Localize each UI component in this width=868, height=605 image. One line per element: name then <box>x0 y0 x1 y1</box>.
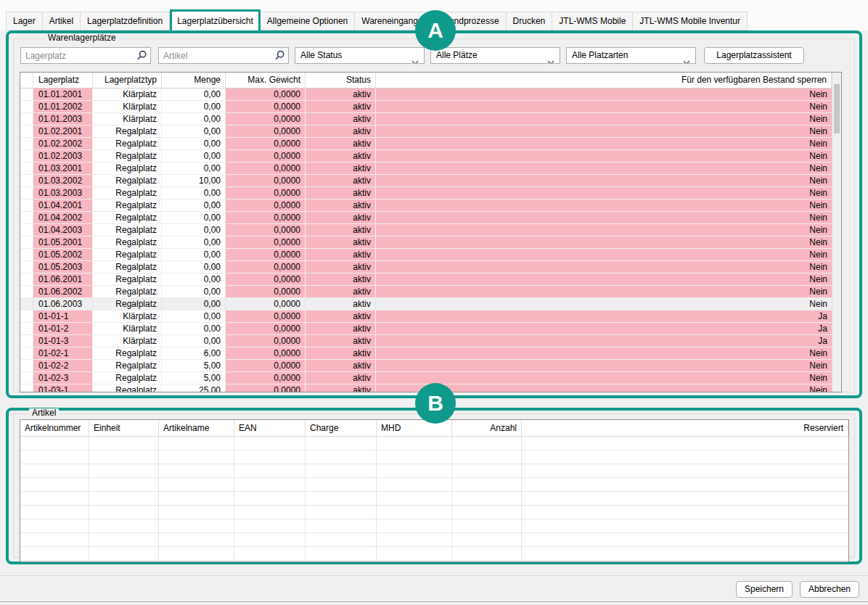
table-row[interactable]: 01.06.2001Regalplatz0,000,0000aktivNein <box>20 273 832 286</box>
table-row[interactable]: 01.05.2002Regalplatz0,000,0000aktivNein <box>20 249 832 261</box>
vertical-scrollbar[interactable] <box>832 73 841 392</box>
column-header-max-gewicht[interactable]: Max. Gewicht <box>226 73 306 88</box>
empty-table-row <box>20 464 848 478</box>
cell-max-gewicht: 0,0000 <box>226 249 306 260</box>
table-row[interactable]: 01-02-2Regalplatz5,000,0000aktivNein <box>20 360 832 372</box>
cancel-button[interactable]: Abbrechen <box>800 581 859 598</box>
tab-lagerplatz-bersicht[interactable]: Lagerplatzübersicht <box>170 9 261 33</box>
tab-bar: LagerArtikelLagerplatzdefinitionLagerpla… <box>6 9 748 30</box>
scrollbar-thumb[interactable] <box>834 84 840 133</box>
save-button[interactable]: Speichern <box>736 581 793 598</box>
empty-cell <box>452 533 522 546</box>
table-row[interactable]: 01.01.2003Klärplatz0,000,0000aktivNein <box>20 113 832 125</box>
cell-sperren: Nein <box>376 138 832 149</box>
cell-lagerplatz: 01.06.2003 <box>33 298 93 310</box>
table-row[interactable]: 01-02-1Regalplatz6,000,0000aktivNein <box>20 347 832 360</box>
column-header-menge[interactable]: Menge <box>162 73 226 88</box>
status-dropdown[interactable]: Alle Status <box>295 47 425 64</box>
cell-max-gewicht: 0,0000 <box>226 224 306 236</box>
tab-allgemeine-optionen[interactable]: Allgemeine Optionen <box>261 12 355 30</box>
empty-cell <box>159 437 234 450</box>
column-header-reserviert[interactable]: Reserviert <box>522 420 848 436</box>
lagerplatz-search-input[interactable] <box>20 47 151 64</box>
column-header-lagerplatztyp[interactable]: Lagerplatztyp <box>93 73 162 88</box>
artikel-search-field <box>158 47 289 64</box>
cell-lagerplatz: 01.02.2002 <box>33 138 93 149</box>
tab-jtl-wms-mobile-inventur[interactable]: JTL-WMS Mobile Inventur <box>633 12 748 30</box>
cell-lagerplatztyp: Regalplatz <box>93 384 162 392</box>
table-row[interactable]: 01.03.2003Regalplatz0,000,0000aktivNein <box>20 187 832 199</box>
warenlagerplaetze-rows: 01.01.2001Klärplatz0,000,0000aktivNein01… <box>20 89 832 392</box>
cell-lagerplatz: 01-02-1 <box>33 347 93 359</box>
cell-max-gewicht: 0,0000 <box>226 384 306 392</box>
artikel-search-input[interactable] <box>158 47 289 64</box>
cell-menge: 0,00 <box>162 310 226 322</box>
empty-cell <box>522 533 848 546</box>
empty-cell <box>234 437 306 450</box>
column-header-bestand-sperren[interactable]: Für den verfügbaren Bestand sperren <box>376 73 832 88</box>
row-header-cell <box>20 249 33 260</box>
empty-cell <box>452 437 522 450</box>
column-header-ean[interactable]: EAN <box>234 420 306 436</box>
table-row[interactable]: 01.03.2002Regalplatz10,000,0000aktivNein <box>20 175 832 187</box>
empty-cell <box>452 450 522 464</box>
cell-lagerplatztyp: Klärplatz <box>93 101 162 112</box>
cell-lagerplatz: 01-02-2 <box>33 360 93 371</box>
table-row[interactable]: 01.03.2001Regalplatz0,000,0000aktivNein <box>20 162 832 175</box>
table-row[interactable]: 01.04.2001Regalplatz0,000,0000aktivNein <box>20 199 832 212</box>
plaetze-dropdown[interactable]: Alle Plätze <box>430 47 560 64</box>
sort-indicator-icon <box>59 73 65 83</box>
column-header-anzahl[interactable]: Anzahl <box>452 420 522 436</box>
table-row[interactable]: 01.04.2002Regalplatz0,000,0000aktivNein <box>20 212 832 224</box>
column-header-status[interactable]: Status <box>306 73 376 88</box>
cell-lagerplatz: 01.06.2002 <box>33 286 93 297</box>
tab-drucken[interactable]: Drucken <box>507 12 553 30</box>
cell-max-gewicht: 0,0000 <box>226 360 306 371</box>
cell-lagerplatztyp: Regalplatz <box>93 212 162 223</box>
empty-cell <box>377 533 452 546</box>
table-row[interactable]: 01.04.2003Regalplatz0,000,0000aktivNein <box>20 224 832 236</box>
cell-lagerplatz: 01-03-1 <box>33 384 93 392</box>
empty-cell <box>377 478 452 491</box>
tab-lager[interactable]: Lager <box>6 12 43 30</box>
empty-cell <box>89 547 159 560</box>
table-row[interactable]: 01.06.2003Regalplatz0,000,0000aktivNein <box>20 298 832 310</box>
empty-cell <box>522 519 848 532</box>
table-row[interactable]: 01.02.2003Regalplatz0,000,0000aktivNein <box>20 150 832 162</box>
table-row[interactable]: 01.02.2002Regalplatz0,000,0000aktivNein <box>20 138 832 150</box>
table-row[interactable]: 01.01.2001Klärplatz0,000,0000aktivNein <box>20 89 832 101</box>
table-row[interactable]: 01-01-1Klärplatz0,000,0000aktivJa <box>20 310 832 323</box>
table-row[interactable]: 01.02.2001Regalplatz0,000,0000aktivNein <box>20 125 832 138</box>
tab-lagerplatzdefinition[interactable]: Lagerplatzdefinition <box>81 12 170 30</box>
empty-cell <box>234 450 306 464</box>
tab-artikel[interactable]: Artikel <box>43 12 81 30</box>
table-row[interactable]: 01-01-3Klärplatz0,000,0000aktivJa <box>20 335 832 347</box>
column-header-einheit[interactable]: Einheit <box>89 420 159 436</box>
platzarten-dropdown[interactable]: Alle Platzarten <box>566 47 696 64</box>
empty-cell <box>306 533 377 546</box>
cell-lagerplatz: 01.05.2001 <box>33 236 93 248</box>
empty-cell <box>20 519 89 532</box>
table-row[interactable]: 01.01.2002Klärplatz0,000,0000aktivNein <box>20 101 832 113</box>
cell-status: aktiv <box>306 224 376 236</box>
tab-jtl-wms-mobile[interactable]: JTL-WMS Mobile <box>552 12 633 30</box>
column-header-charge[interactable]: Charge <box>306 420 377 436</box>
row-header-cell <box>20 224 33 236</box>
column-header-artikelname[interactable]: Artikelname <box>159 420 234 436</box>
cell-status: aktiv <box>306 286 376 297</box>
table-row[interactable]: 01.05.2001Regalplatz0,000,0000aktivNein <box>20 236 832 249</box>
table-row[interactable]: 01-01-2Klärplatz0,000,0000aktivJa <box>20 323 832 335</box>
table-row[interactable]: 01-02-3Regalplatz5,000,0000aktivNein <box>20 372 832 384</box>
cell-lagerplatz: 01.06.2001 <box>33 273 93 285</box>
cell-lagerplatztyp: Klärplatz <box>93 335 162 347</box>
row-header-cell <box>20 138 33 149</box>
empty-cell <box>522 464 848 477</box>
table-row[interactable]: 01.05.2003Regalplatz0,000,0000aktivNein <box>20 261 832 273</box>
table-row[interactable]: 01.06.2002Regalplatz0,000,0000aktivNein <box>20 286 832 298</box>
cell-lagerplatz: 01.04.2002 <box>33 212 93 223</box>
cell-menge: 25,00 <box>162 384 226 392</box>
cell-status: aktiv <box>306 162 376 174</box>
empty-table-row <box>20 519 848 533</box>
lagerplatzassistent-button[interactable]: Lagerplatzassistent <box>704 47 804 64</box>
cell-sperren: Nein <box>376 360 832 371</box>
